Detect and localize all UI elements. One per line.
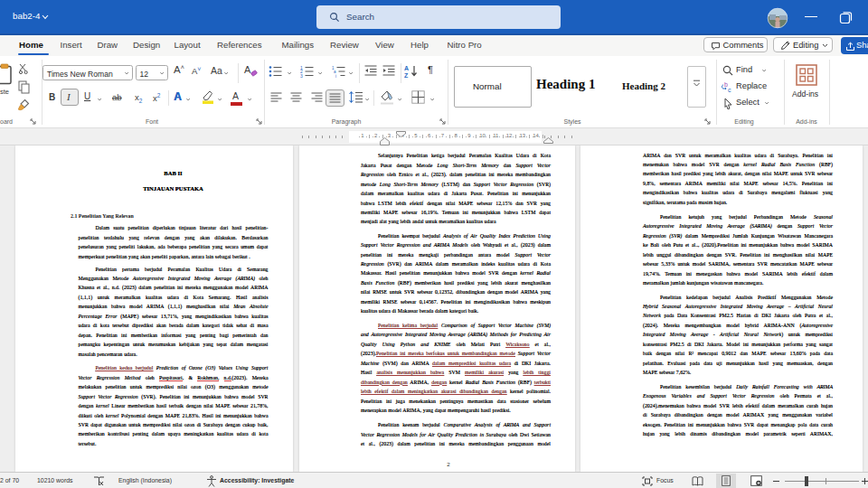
svg-text:c: c <box>728 87 731 93</box>
svg-text:A: A <box>404 65 409 71</box>
svg-text:Z: Z <box>404 72 409 78</box>
svg-text:3: 3 <box>300 73 303 78</box>
svg-text:i: i <box>335 74 336 78</box>
